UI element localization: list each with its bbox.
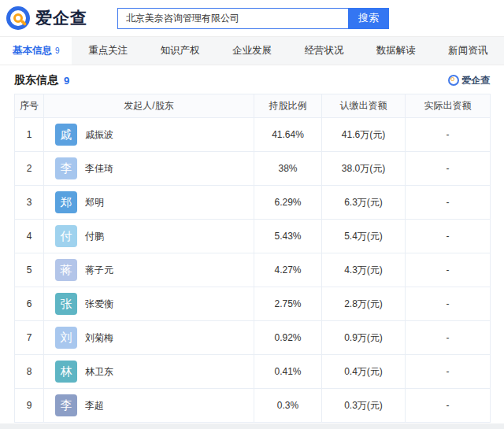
shareholder-avatar: 林 bbox=[55, 361, 77, 383]
shareholding-ratio: 38% bbox=[254, 152, 322, 186]
subscribed-capital: 6.3万(元) bbox=[322, 186, 406, 220]
shareholding-ratio: 5.43% bbox=[254, 220, 322, 253]
watermark-text: 爱企查 bbox=[461, 74, 490, 87]
top-header: 爱企查 搜索 bbox=[0, 0, 504, 36]
shareholder-name-wrap: 李 李佳琦 bbox=[55, 157, 254, 179]
shareholder-name: 付鹏 bbox=[85, 230, 104, 243]
tab-data-interpretation[interactable]: 数据解读 bbox=[360, 37, 432, 65]
table-row: 6 张 张爱衡 2.75% 2.8万(元) - bbox=[15, 287, 491, 321]
row-index: 4 bbox=[15, 220, 44, 253]
table-row: 9 李 李超 0.3% 0.3万(元) - bbox=[15, 389, 491, 423]
subscribed-capital: 4.3万(元) bbox=[322, 253, 406, 287]
table-row: 2 李 李佳琦 38% 38.0万(元) - bbox=[15, 152, 491, 186]
col-header-actual: 实际出资额 bbox=[406, 94, 491, 118]
shareholder-avatar: 李 bbox=[55, 394, 77, 416]
shareholder-name: 张爱衡 bbox=[85, 298, 113, 311]
table-row: 1 戚 戚振波 41.64% 41.6万(元) - bbox=[15, 118, 491, 152]
row-index: 8 bbox=[15, 355, 44, 389]
tab-operating-status[interactable]: 经营状况 bbox=[288, 37, 360, 65]
row-index: 2 bbox=[15, 152, 44, 186]
subscribed-capital: 41.6万(元) bbox=[322, 118, 406, 152]
col-header-index: 序号 bbox=[15, 94, 44, 118]
actual-capital: - bbox=[406, 389, 491, 423]
subscribed-capital: 0.3万(元) bbox=[322, 389, 406, 423]
shareholder-cell: 戚 戚振波 bbox=[44, 118, 254, 152]
actual-capital: - bbox=[406, 220, 491, 253]
row-index: 3 bbox=[15, 186, 44, 220]
col-header-shareholder: 发起人/股东 bbox=[44, 94, 254, 118]
subscribed-capital: 0.4万(元) bbox=[322, 355, 406, 389]
shareholder-cell: 林 林卫东 bbox=[44, 355, 254, 389]
aiqicha-logo[interactable]: 爱企查 bbox=[6, 6, 87, 30]
aiqicha-watermark-icon bbox=[448, 75, 459, 86]
tab-intellectual-property[interactable]: 知识产权 bbox=[144, 37, 216, 65]
shareholder-name: 李佳琦 bbox=[85, 162, 113, 176]
shareholder-name: 林卫东 bbox=[85, 365, 113, 379]
shareholder-avatar: 付 bbox=[55, 225, 77, 247]
shareholding-ratio: 4.27% bbox=[254, 253, 322, 287]
shareholder-name-wrap: 林 林卫东 bbox=[55, 361, 254, 383]
shareholder-avatar: 戚 bbox=[55, 124, 77, 146]
shareholding-ratio: 41.64% bbox=[254, 118, 322, 152]
shareholding-ratio: 2.75% bbox=[254, 287, 322, 321]
table-row: 4 付 付鹏 5.43% 5.4万(元) - bbox=[15, 220, 491, 253]
shareholder-cell: 李 李超 bbox=[44, 389, 254, 423]
shareholder-name-wrap: 蒋 蒋子元 bbox=[55, 259, 254, 281]
table-row: 7 刘 刘菊梅 0.92% 0.9万(元) - bbox=[15, 321, 491, 355]
magnifier-handle-icon bbox=[20, 20, 27, 26]
aiqicha-logo-icon bbox=[6, 6, 30, 30]
shareholder-cell: 付 付鹏 bbox=[44, 220, 254, 253]
shareholder-cell: 刘 刘菊梅 bbox=[44, 321, 254, 355]
shareholder-table: 序号 发起人/股东 持股比例 认缴出资额 实际出资额 1 戚 戚振波 41.64… bbox=[14, 94, 491, 423]
shareholder-name-wrap: 付 付鹏 bbox=[55, 225, 254, 247]
row-index: 7 bbox=[15, 321, 44, 355]
subscribed-capital: 0.9万(元) bbox=[322, 321, 406, 355]
tab-label: 企业发展 bbox=[232, 44, 272, 57]
section-title-wrap: 股东信息 9 bbox=[14, 73, 69, 87]
actual-capital: - bbox=[406, 321, 491, 355]
shareholder-cell: 张 张爱衡 bbox=[44, 287, 254, 321]
col-header-subscribed: 认缴出资额 bbox=[322, 94, 406, 118]
shareholder-name: 戚振波 bbox=[85, 128, 113, 142]
actual-capital: - bbox=[406, 152, 491, 186]
shareholder-cell: 蒋 蒋子元 bbox=[44, 253, 254, 287]
shareholder-name: 郑明 bbox=[85, 196, 104, 209]
shareholder-name-wrap: 郑 郑明 bbox=[55, 191, 254, 213]
search-button[interactable]: 搜索 bbox=[348, 8, 389, 29]
row-index: 6 bbox=[15, 287, 44, 321]
shareholding-ratio: 0.3% bbox=[254, 389, 322, 423]
shareholder-cell: 郑 郑明 bbox=[44, 186, 254, 220]
tab-label: 重点关注 bbox=[88, 44, 128, 57]
tab-key-concerns[interactable]: 重点关注 bbox=[72, 37, 143, 65]
subscribed-capital: 38.0万(元) bbox=[322, 152, 406, 186]
tab-label: 新闻资讯 bbox=[448, 44, 487, 57]
shareholding-ratio: 0.92% bbox=[254, 321, 322, 355]
row-index: 5 bbox=[15, 253, 44, 287]
table-row: 5 蒋 蒋子元 4.27% 4.3万(元) - bbox=[15, 253, 491, 287]
page-bottom-strip bbox=[0, 423, 504, 429]
tab-label: 经营状况 bbox=[304, 44, 343, 57]
tab-label: 数据解读 bbox=[376, 44, 416, 57]
actual-capital: - bbox=[406, 355, 491, 389]
tab-enterprise-development[interactable]: 企业发展 bbox=[216, 37, 287, 65]
table-row: 3 郑 郑明 6.29% 6.3万(元) - bbox=[15, 186, 491, 220]
section-tab-bar: 基本信息 9 重点关注 知识产权 企业发展 经营状况 数据解读 新闻资讯 bbox=[0, 36, 504, 65]
search-input[interactable] bbox=[117, 8, 348, 29]
shareholding-ratio: 6.29% bbox=[254, 186, 322, 220]
tab-count-badge: 9 bbox=[55, 46, 60, 55]
table-header-row: 序号 发起人/股东 持股比例 认缴出资额 实际出资额 bbox=[15, 94, 491, 118]
shareholder-avatar: 蒋 bbox=[55, 259, 77, 281]
shareholder-avatar: 张 bbox=[55, 293, 77, 315]
logo-text: 爱企查 bbox=[35, 7, 87, 29]
actual-capital: - bbox=[406, 253, 491, 287]
shareholder-avatar: 刘 bbox=[55, 327, 77, 349]
tab-news[interactable]: 新闻资讯 bbox=[432, 37, 504, 65]
row-index: 1 bbox=[15, 118, 44, 152]
actual-capital: - bbox=[406, 186, 491, 220]
section-count-badge: 9 bbox=[64, 75, 69, 87]
shareholder-avatar: 郑 bbox=[55, 191, 77, 213]
shareholder-table-body: 1 戚 戚振波 41.64% 41.6万(元) - 2 李 李佳琦 38% 38… bbox=[15, 118, 491, 423]
tab-basic-info[interactable]: 基本信息 9 bbox=[0, 37, 72, 65]
row-index: 9 bbox=[15, 389, 44, 423]
col-header-ratio: 持股比例 bbox=[254, 94, 322, 118]
